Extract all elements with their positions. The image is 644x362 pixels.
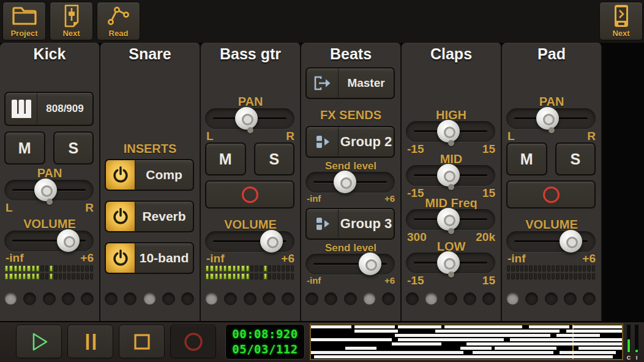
pan-knob[interactable]: [536, 107, 559, 130]
solo-button[interactable]: S: [254, 142, 295, 175]
page-dot[interactable]: [545, 292, 558, 305]
volume-slider[interactable]: [506, 231, 596, 252]
slider-groove[interactable]: [205, 108, 294, 129]
project-button[interactable]: Project: [2, 2, 46, 40]
send-level-knob[interactable]: [334, 171, 356, 193]
pause-button[interactable]: [67, 325, 113, 358]
page-dot[interactable]: [43, 292, 56, 305]
page-dot[interactable]: [263, 292, 275, 305]
page-dot[interactable]: [162, 292, 175, 305]
page-dot[interactable]: [205, 292, 218, 305]
record-arm-button[interactable]: [506, 180, 596, 209]
send-level-knob[interactable]: [359, 253, 381, 275]
insert-button[interactable]: 10-band: [135, 242, 194, 274]
page-dot[interactable]: [525, 292, 538, 305]
solo-button[interactable]: S: [555, 142, 596, 175]
insert-power-button[interactable]: [105, 201, 135, 232]
page-dot[interactable]: [506, 292, 519, 305]
mute-button[interactable]: M: [4, 131, 45, 164]
page-dot[interactable]: [583, 292, 596, 305]
insert-button[interactable]: Comp: [135, 159, 194, 191]
eq-knob[interactable]: [437, 120, 460, 142]
output-bus-button[interactable]: Master: [339, 67, 395, 99]
page-dot[interactable]: [124, 292, 137, 305]
meter-segment: [223, 265, 227, 272]
volume-knob[interactable]: [260, 230, 283, 253]
page-dot[interactable]: [363, 292, 376, 305]
play-button[interactable]: [16, 325, 62, 358]
page-dot[interactable]: [143, 292, 156, 305]
send-bus-button[interactable]: Group 2: [339, 126, 395, 158]
eq-mid-slider[interactable]: [406, 165, 495, 186]
page-dot[interactable]: [425, 292, 438, 305]
send-level-slider[interactable]: [305, 172, 395, 193]
mute-button[interactable]: M: [506, 142, 547, 175]
send-route-button[interactable]: [305, 126, 339, 158]
page-dot[interactable]: [4, 292, 17, 305]
page-dot[interactable]: [62, 292, 75, 305]
slider-groove[interactable]: [406, 165, 495, 186]
slider-groove[interactable]: [406, 121, 495, 142]
next-screen-button[interactable]: Next: [599, 2, 643, 40]
slider-groove[interactable]: [406, 209, 495, 230]
send-bus-button[interactable]: Group 3: [339, 208, 395, 240]
slider-groove[interactable]: [4, 180, 94, 201]
slider-groove[interactable]: [305, 172, 395, 193]
pan-slider[interactable]: [506, 108, 596, 129]
page-dot[interactable]: [444, 292, 457, 305]
automation-read-button[interactable]: Read: [97, 2, 140, 40]
mute-button[interactable]: M: [205, 142, 246, 175]
eq-low-slider[interactable]: [406, 253, 495, 273]
slider-groove[interactable]: [305, 254, 395, 275]
insert-power-button[interactable]: [105, 242, 135, 274]
page-dot[interactable]: [305, 292, 318, 305]
eq-high-slider[interactable]: [406, 121, 495, 142]
page-dot[interactable]: [406, 292, 419, 305]
record-button[interactable]: [170, 325, 216, 358]
page-dot[interactable]: [324, 292, 337, 305]
page-dot[interactable]: [344, 292, 357, 305]
page-dot[interactable]: [81, 292, 94, 305]
insert-power-button[interactable]: [105, 159, 135, 191]
output-route-button[interactable]: [305, 67, 339, 99]
volume-knob[interactable]: [57, 229, 80, 252]
page-dot[interactable]: [23, 292, 36, 305]
instrument-button[interactable]: [4, 92, 37, 126]
eq-knob[interactable]: [437, 164, 460, 187]
send-level-slider[interactable]: [305, 254, 395, 275]
slider-groove[interactable]: [4, 231, 94, 251]
solo-button[interactable]: S: [53, 131, 94, 164]
arrangement-overview[interactable]: [310, 323, 623, 360]
send-route-button[interactable]: [305, 208, 339, 240]
volume-slider[interactable]: [205, 231, 294, 252]
slider-groove[interactable]: [506, 108, 596, 129]
page-dot[interactable]: [564, 292, 577, 305]
eq-knob[interactable]: [437, 208, 460, 231]
page-dot[interactable]: [181, 292, 194, 305]
pan-knob[interactable]: [34, 179, 57, 201]
pan-slider[interactable]: [4, 180, 94, 201]
pan-knob[interactable]: [235, 107, 258, 130]
volume-slider[interactable]: [4, 231, 94, 251]
preset-button[interactable]: 808/909: [37, 92, 94, 126]
next-track-button[interactable]: Next: [50, 2, 93, 40]
eq-midfreq-slider[interactable]: [406, 209, 495, 230]
slider-groove[interactable]: [506, 231, 596, 252]
slider-groove[interactable]: [406, 253, 495, 273]
eq-knob[interactable]: [437, 251, 460, 274]
page-dot[interactable]: [244, 292, 256, 305]
page-dot[interactable]: [105, 292, 118, 305]
record-arm-button[interactable]: [205, 180, 294, 209]
slider-groove[interactable]: [205, 231, 294, 252]
meter-segment: [14, 265, 17, 272]
pan-slider[interactable]: [205, 108, 294, 129]
page-dot[interactable]: [463, 292, 476, 305]
page-dot[interactable]: [382, 292, 395, 305]
page-dot[interactable]: [224, 292, 237, 305]
stop-button[interactable]: [119, 325, 165, 358]
insert-button[interactable]: Reverb: [135, 201, 194, 232]
volume-knob[interactable]: [560, 230, 582, 253]
meter-segment: [77, 273, 80, 279]
page-dot[interactable]: [282, 292, 294, 305]
page-dot[interactable]: [482, 292, 495, 305]
